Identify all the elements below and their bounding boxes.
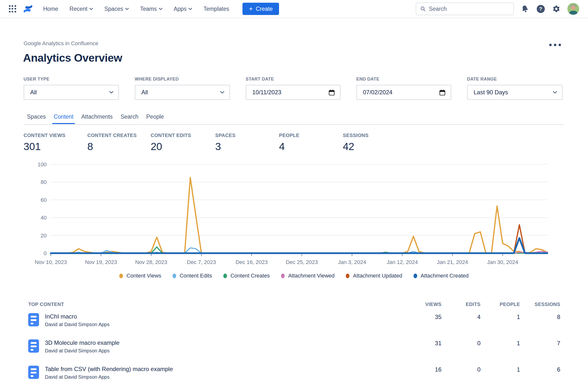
create-button[interactable]: + Create	[243, 3, 279, 15]
filter-user-type: USER TYPE All	[23, 77, 119, 100]
cell-views: 31	[402, 340, 441, 347]
content-subtitle: David at David Simpson Apps	[45, 348, 119, 354]
svg-text:Jan 21, 2024: Jan 21, 2024	[437, 259, 468, 265]
help-icon[interactable]: ?	[536, 4, 545, 14]
filter-end-date: END DATE 07/02/2024	[356, 77, 451, 100]
svg-text:Dec 25, 2023: Dec 25, 2023	[286, 259, 318, 265]
content-title-link[interactable]: Table from CSV (with Rendering) macro ex…	[45, 366, 173, 372]
legend-label: Attachment Viewed	[288, 273, 335, 279]
settings-gear-icon[interactable]	[552, 4, 561, 14]
legend-dot-icon	[281, 274, 285, 278]
more-options-icon[interactable]	[549, 44, 561, 46]
top-content-heading: TOP CONTENT	[28, 302, 402, 307]
svg-text:Dec 7, 2023: Dec 7, 2023	[187, 259, 216, 265]
chevron-down-icon	[159, 8, 162, 10]
tabs-underline-track	[23, 124, 565, 125]
nav-teams[interactable]: Teams	[140, 6, 162, 12]
content-subtitle: David at David Simpson Apps	[45, 322, 110, 327]
legend-label: Attachment Created	[421, 273, 469, 279]
page-doc-icon	[28, 313, 39, 326]
svg-text:60: 60	[41, 197, 47, 203]
nav-home[interactable]: Home	[43, 6, 58, 12]
svg-text:100: 100	[38, 161, 47, 168]
end-date-input[interactable]: 07/02/2024	[356, 85, 451, 100]
nav-recent-label: Recent	[69, 6, 87, 12]
tab-search[interactable]: Search	[120, 113, 138, 124]
legend-label: Content Edits	[180, 273, 212, 279]
plus-icon: +	[249, 5, 253, 12]
date-range-value: Last 90 Days	[474, 89, 553, 96]
breadcrumb[interactable]: Google Analytics in Confluence	[23, 40, 98, 47]
filter-start-date: START DATE 10/11/2023	[246, 77, 341, 100]
legend-item[interactable]: Attachment Viewed	[281, 273, 335, 279]
content-title-link[interactable]: InChI macro	[45, 313, 110, 320]
nav-recent[interactable]: Recent	[69, 6, 93, 12]
column-views: VIEWS	[402, 302, 441, 307]
end-date-value: 07/02/2024	[363, 89, 439, 96]
legend-label: Content Creates	[230, 273, 270, 279]
cell-edits: 0	[441, 366, 480, 373]
content-title-link[interactable]: 3D Molecule macro example	[45, 340, 119, 346]
search-input[interactable]	[429, 6, 509, 12]
nav-spaces[interactable]: Spaces	[104, 6, 129, 12]
start-date-value: 10/11/2023	[252, 89, 328, 96]
search-box[interactable]	[416, 2, 514, 15]
column-people: PEOPLE	[480, 302, 520, 307]
table-header-row: TOP CONTENT VIEWS EDITS PEOPLE SESSIONS	[23, 298, 565, 307]
svg-text:20: 20	[41, 233, 47, 239]
legend-label: Attachment Updated	[353, 273, 402, 279]
stat-value: 20	[151, 141, 191, 152]
where-displayed-value: All	[141, 89, 220, 96]
tab-attachments[interactable]: Attachments	[81, 113, 113, 124]
svg-text:Jan 12, 2024: Jan 12, 2024	[386, 259, 418, 265]
nav-spaces-label: Spaces	[104, 6, 123, 12]
top-content-table: TOP CONTENT VIEWS EDITS PEOPLE SESSIONS …	[23, 298, 565, 386]
filter-where-displayed: WHERE DISPLAYED All	[135, 77, 230, 100]
cell-people: 1	[480, 340, 520, 347]
svg-text:0: 0	[44, 250, 47, 256]
stat-spaces: SPACES 3	[215, 133, 236, 152]
chevron-down-icon	[125, 8, 129, 10]
top-navigation-bar: Home Recent Spaces Teams Apps Templates	[0, 0, 588, 18]
stat-value: 3	[215, 141, 236, 152]
svg-text:Dec 16, 2023: Dec 16, 2023	[236, 259, 268, 265]
svg-text:Nov 10, 2023: Nov 10, 2023	[35, 259, 67, 265]
stat-sessions: SESSIONS 42	[343, 133, 369, 152]
analytics-tabs: Spaces Content Attachments Search People	[23, 113, 565, 125]
cell-views: 16	[402, 366, 441, 373]
user-avatar[interactable]	[567, 3, 579, 15]
legend-item[interactable]: Content Views	[119, 273, 161, 279]
filter-label: START DATE	[246, 77, 341, 82]
notifications-bell-icon[interactable]	[520, 4, 530, 14]
stat-label: CONTENT VIEWS	[23, 133, 66, 138]
confluence-logo-icon[interactable]	[23, 4, 33, 14]
stat-content-edits: CONTENT EDITS 20	[151, 133, 191, 152]
user-type-select[interactable]: All	[23, 85, 119, 100]
tab-content[interactable]: Content	[54, 113, 74, 124]
stat-value: 42	[343, 141, 369, 152]
where-displayed-select[interactable]: All	[135, 85, 230, 100]
legend-item[interactable]: Content Edits	[173, 273, 212, 279]
legend-item[interactable]: Attachment Created	[413, 273, 469, 279]
page-doc-icon	[28, 340, 39, 353]
chevron-down-icon	[553, 91, 557, 94]
filter-label: END DATE	[356, 77, 451, 82]
nav-templates[interactable]: Templates	[204, 6, 229, 12]
legend-dot-icon	[173, 274, 176, 278]
column-sessions: SESSIONS	[520, 302, 560, 307]
nav-apps[interactable]: Apps	[174, 6, 192, 12]
legend-item[interactable]: Attachment Updated	[346, 273, 402, 279]
stat-value: 4	[279, 141, 299, 152]
app-switcher-icon[interactable]	[9, 5, 16, 13]
date-range-select[interactable]: Last 90 Days	[467, 85, 563, 100]
stat-label: CONTENT CREATES	[87, 133, 137, 138]
legend-item[interactable]: Content Creates	[223, 273, 270, 279]
start-date-input[interactable]: 10/11/2023	[246, 85, 341, 100]
svg-text:Nov 28, 2023: Nov 28, 2023	[135, 259, 167, 265]
cell-edits: 4	[441, 313, 480, 321]
tab-people[interactable]: People	[146, 113, 164, 124]
stat-label: CONTENT EDITS	[151, 133, 191, 138]
tab-spaces[interactable]: Spaces	[27, 113, 46, 124]
svg-text:80: 80	[41, 179, 47, 185]
chevron-down-icon	[188, 8, 192, 10]
